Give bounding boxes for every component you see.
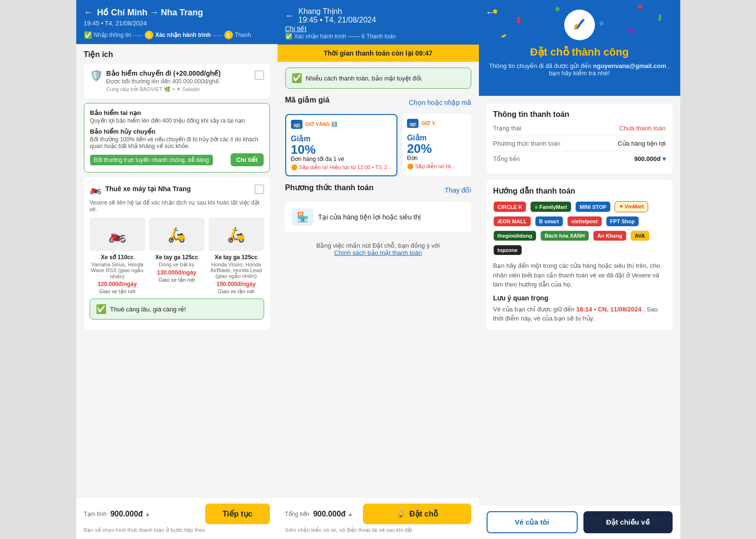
motorbike-checkbox[interactable] [255,184,264,194]
payment-method-row: Phương thức thanh toán Cửa hàng tiện lợi [493,140,666,147]
payment-method-card: 🏪 Tại cửa hàng tiện lợi hoặc siêu thị [285,202,471,232]
moto-img-2: 🛵 [149,218,205,251]
my-tickets-button[interactable]: Vé của tôi [487,511,578,533]
ins-accident-desc: Quyền lợi bảo hiểm lên đến 400 triệu đồn… [90,117,264,124]
s2-footer-price: 900.000đ [313,510,346,518]
back-button-s3[interactable]: ← [486,7,495,18]
coupon-bus-icon-1: 🚌 [291,120,302,129]
guide-title: Hướng dẫn thanh toán [493,186,666,195]
screen1-header: ← Hồ Chí Minh → Nha Trang 19:45 • T4, 21… [76,0,278,44]
footer-label: Tạm tính [84,511,107,517]
screen1-body: Tiện ích 🛡️ Bảo hiểm chuyến đi (+20.000đ… [76,44,278,497]
guide-card: Hướng dẫn thanh toán CIRCLE K ≡ FamilyMa… [487,180,673,330]
s2-footer-note: Sớm nhận biển số xe, số điện thoại tài x… [285,527,471,533]
secure-text: Nhiều cách thanh toán, bảo mật tuyệt đối… [306,75,423,82]
s2-step2-circle: 6 [361,33,365,40]
ins-detail-link[interactable]: Chi tiết [231,153,264,166]
coupon-scroll[interactable]: 🚌 GIỜ VÀNG ℹ️ Giảm10% Đơn hàng tối đa 1 … [285,114,471,176]
moto-subtitle: Vexere sẽ liên hệ lại để xác nhận dịch v… [90,199,264,213]
insurance-provider: Cung cấp bởi BAOVIET 🌿 × ✦ Saladin [106,86,221,92]
coupon-card-1[interactable]: 🚌 GIỜ VÀNG ℹ️ Giảm10% Đơn hàng tối đa 1 … [285,114,397,176]
coupon-gv-label-1: GIỜ VÀNG ℹ️ [305,122,337,127]
store-family-mart: ≡ FamilyMart [530,201,571,212]
consent-link[interactable]: Chính sách bảo mật thanh toán [334,249,422,256]
payment-section-header: Phương thức thanh toán Thay đổi [285,183,471,197]
s2-name: Khang Thịnh [299,7,376,16]
promo-text: Thuê càng lâu, giá càng rẻ! [110,306,258,313]
ins-badge: Bồi thường trực tuyến nhanh chóng, dễ dà… [90,155,213,165]
success-email: nguyenvana@gmail.com [593,62,666,69]
moto-name-1: Xe số 110cc [90,254,145,261]
payment-info-title: Thông tin thanh toán [493,110,666,119]
store-thegioididong: thegioididong [493,230,537,241]
coupon-bus-icon-2: 🚌 [407,119,419,128]
total-label: Tổng tiền [493,155,520,162]
chevron-up-icon-s2: ▲ [348,511,353,517]
moto-img-3: 🛵 [209,218,264,251]
method-label: Phương thức thanh toán [493,140,560,147]
coupon-desc-2: Đơn [407,155,471,161]
shield-icon: 🛡️ [90,69,103,82]
moto-price-1: 120.000đ/ngày [90,281,145,287]
warning-time: 18:14 • CN, 11/08/2024 [576,306,641,313]
screen-1: ← Hồ Chí Minh → Nha Trang 19:45 • T4, 21… [76,0,278,539]
moto-delivery-1: Giao xe tận nơi [90,288,145,295]
coupon-gv-label-2: GIỜ V [421,121,435,126]
coupon-validity-2: 🟠 Sắp diễn ra! Hi... [407,163,471,170]
moto-img-1: 🏍️ [90,218,145,251]
store-ava: AVA [630,230,650,241]
store-circle-k: CIRCLE K [493,201,527,212]
continue-button[interactable]: Tiếp tục [205,504,269,524]
moto-item-3: 🛵 Xe tay ga 125cc Honda Vision, Honda Ai… [209,218,264,295]
store-ankhang: An Khang [593,230,627,241]
back-button-s2[interactable]: ← [285,10,295,21]
guide-warning-text: Vé của bạn chỉ được giữ đến 18:14 • CN, … [493,305,666,323]
s2-datetime: 19:45 • T4, 21/08/2024 [299,16,376,24]
back-button[interactable]: ← [84,7,93,18]
store-vinmart: ✦ VinMart [615,201,648,212]
screen2-header: ← Khang Thịnh 19:45 • T4, 21/08/2024 Chi… [278,0,479,45]
insurance-sub: Được bồi thường lên đến 400.000.000đ/ghế… [106,78,221,85]
step3-circle: 6 [224,31,233,39]
s2-steps: ✅ Xác nhận hành trình —— 6 Thanh toán [285,33,471,40]
ins-cancel-title: Bảo hiểm hủy chuyến [90,128,264,135]
moto-name-2: Xe tay ga 125cc [149,254,205,261]
footer-price: 900.000đ [110,510,143,518]
screen-3: ← ✓ Đặt chỗ thành công Thông tin chuyến … [479,0,680,539]
coupon-card-2[interactable]: 🚌 GIỜ V Giảm20% Đơn 🟠 Sắp diễn ra! Hi... [402,114,471,176]
book-button[interactable]: 🔒 Đặt chỗ [363,504,471,524]
footer-note: Bạn sẽ chọn hình thức thanh toán ở bước … [84,527,270,533]
book-return-button[interactable]: Đặt chiều về [583,511,673,533]
screen3-footer: Vé của tôi Đặt chiều về [479,505,680,539]
insurance-detail-card: Bảo hiểm tai nạn Quyền lợi bảo hiểm lên … [84,103,270,172]
route-title: Hồ Chí Minh → Nha Trang [97,7,203,18]
insurance-checkbox[interactable] [255,70,264,80]
moto-desc-1: Yamaha Sirius, Honda Wave RSX (giao ngẫu… [90,262,145,279]
timer-bar: Thời gian thanh toán còn lại 09:47 [278,45,479,62]
coupon-discount-2: Giảm20% [407,130,432,155]
insurance-card: 🛡️ Bảo hiểm chuyến đi (+20.000đ/ghế) Đượ… [84,64,270,98]
coupon-desc-1: Đơn hàng tối đa 1 vé [291,156,392,162]
insurance-title: Bảo hiểm chuyến đi (+20.000đ/ghế) [106,69,221,77]
discount-link[interactable]: Chọn hoặc nhập mã [409,99,471,106]
moto-title: Thuê xe máy tại Nha Trang [105,185,251,193]
step3-label: Thanh [235,32,251,38]
moto-desc-2: Dòng xe bất kỳ [149,262,205,268]
moto-price-3: 150.000đ/ngày [209,281,264,287]
status-value: Chưa thanh toán [619,125,666,132]
success-subtitle: Thông tin chuyến đi đã được gửi đến nguy… [487,62,673,77]
breadcrumb-steps: ✅ Nhập thông tin —— 5 Xác nhận hành trìn… [84,31,270,39]
store-bsmart: B smart [535,216,563,227]
screen-2: ← Khang Thịnh 19:45 • T4, 21/08/2024 Chi… [278,0,479,539]
success-header: ← ✓ Đặt chỗ thành công Thông tin chuyến … [479,0,680,96]
s2-detail-link[interactable]: Chi tiết [285,25,307,33]
store-logos: CIRCLE K ≡ FamilyMart MINI STOP ✦ VinMar… [493,201,666,255]
step1-label: Nhập thông tin [94,32,131,38]
secure-icon: ✅ [291,73,302,83]
moto-item-1: 🏍️ Xe số 110cc Yamaha Sirius, Honda Wave… [90,218,145,295]
screen2-body: ✅ Nhiều cách thanh toán, bảo mật tuyệt đ… [278,62,479,497]
payment-change-link[interactable]: Thay đổi [445,186,471,194]
moto-delivery-3: Giao xe tận nơi [209,288,264,295]
total-row: Tổng tiền 900.000đ ▾ [493,155,666,162]
lock-icon: 🔒 [396,509,406,518]
